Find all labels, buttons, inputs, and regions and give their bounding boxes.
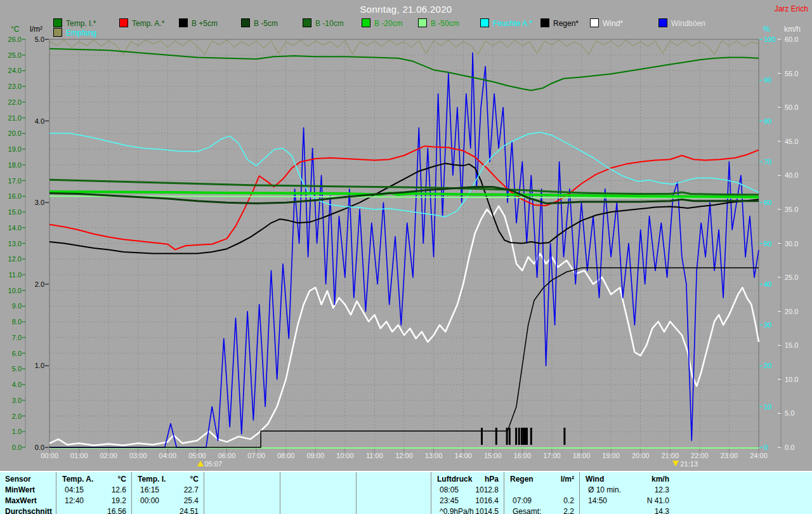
humidity-axis-tick: 70 xyxy=(764,159,771,166)
wind-axis-tick: 50.0 xyxy=(785,104,798,111)
temp-axis-tick: 19.0 xyxy=(8,146,22,153)
time-axis-tick: 24:00 xyxy=(750,452,768,459)
rain-bar xyxy=(521,428,523,445)
temp-axis-tick: 23.0 xyxy=(8,83,22,90)
rain-bar xyxy=(495,428,497,445)
rain-axis-tick: 2.0 xyxy=(35,281,44,288)
table-cell-value: 24.51 xyxy=(131,506,199,514)
time-axis-tick: 22:00 xyxy=(691,452,709,459)
table-row-label: Sensor xyxy=(5,474,31,484)
time-axis-tick: 10:00 xyxy=(336,452,354,459)
temp-axis-tick: 15.0 xyxy=(8,209,22,216)
wind-axis-tick: 60.0 xyxy=(785,36,798,43)
temp-axis-tick: 6.0 xyxy=(12,350,22,357)
rain-bar xyxy=(523,428,528,445)
rain-bar xyxy=(515,428,517,445)
time-axis-tick: 09:00 xyxy=(306,452,324,459)
temp-axis-tick: 0.0 xyxy=(12,444,22,451)
rain-axis-tick: 5.0 xyxy=(35,36,44,43)
table-column-unit: l/m² xyxy=(504,474,574,484)
temp-axis-tick: 25.0 xyxy=(8,52,22,59)
sunset-marker: 21:13 xyxy=(672,460,698,468)
time-axis-tick: 13:00 xyxy=(425,452,443,459)
time-axis-tick: 02:00 xyxy=(100,452,117,459)
time-axis-tick: 16:00 xyxy=(514,452,532,459)
temp-axis-tick: 16.0 xyxy=(8,193,22,200)
table-column-separator xyxy=(204,472,204,514)
temp-axis-tick: 8.0 xyxy=(12,319,22,326)
table-cell-value: 22.7 xyxy=(131,485,199,495)
table-cell-value: 16.56 xyxy=(56,506,126,514)
table-column-separator xyxy=(280,472,280,514)
rain-axis-tick: 0.0 xyxy=(35,444,44,451)
table-cell-value: 1016.4 xyxy=(431,496,499,506)
table-column-unit: km/h xyxy=(579,474,669,484)
time-axis-tick: 14:00 xyxy=(454,452,472,459)
table-cell-value: N 41.0 xyxy=(579,496,669,506)
table-column-separator xyxy=(356,472,357,514)
sunset-icon xyxy=(672,461,679,466)
wind-axis-tick: 40.0 xyxy=(785,172,798,179)
table-column-unit: hPa xyxy=(431,474,499,484)
rain-bar xyxy=(563,428,565,445)
table-cell-value: 1014.5 xyxy=(431,506,499,514)
table-cell-value: 0.2 xyxy=(504,496,574,506)
rain-axis-tick: 3.0 xyxy=(35,199,44,206)
time-axis-tick: 04:00 xyxy=(159,452,177,459)
weather-chart-window: Sonntag, 21.06.2020 Jarz Erich °C l/m² %… xyxy=(0,0,812,514)
temp-axis-tick: 24.0 xyxy=(8,67,22,74)
rain-bar xyxy=(481,428,483,445)
wind-axis-tick: 55.0 xyxy=(785,70,798,77)
temp-axis-tick: 14.0 xyxy=(8,225,22,232)
table-column-unit: °C xyxy=(56,474,126,484)
time-axis-tick: 03:00 xyxy=(129,452,147,459)
chart-plot xyxy=(0,0,812,514)
sunset-time: 21:13 xyxy=(680,460,698,468)
temp-axis-tick: 13.0 xyxy=(8,241,22,247)
time-axis-tick: 01:00 xyxy=(70,452,88,459)
wind-axis-tick: 5.0 xyxy=(785,410,794,417)
table-cell-value: 12.6 xyxy=(56,485,126,495)
rain-bar xyxy=(518,428,520,445)
temp-axis-tick: 17.0 xyxy=(8,178,22,185)
temp-axis-tick: 22.0 xyxy=(8,99,22,106)
humidity-axis-tick: 10 xyxy=(764,404,771,411)
rain-bar xyxy=(509,428,511,445)
time-axis-tick: 18:00 xyxy=(573,452,591,459)
temp-axis-tick: 26.0 xyxy=(8,36,22,43)
stats-table: SensorMinWertMaxWertDurchschnittTemp. A.… xyxy=(0,471,812,514)
temp-axis-tick: 5.0 xyxy=(12,366,22,372)
time-axis-tick: 05:00 xyxy=(188,452,206,459)
temp-axis-tick: 9.0 xyxy=(12,303,22,310)
humidity-axis-tick: 90 xyxy=(764,77,771,84)
rain-axis-tick: 4.0 xyxy=(35,118,44,125)
humidity-axis-tick: 30 xyxy=(764,322,771,329)
humidity-axis-tick: 80 xyxy=(764,118,771,125)
time-axis-tick: 17:00 xyxy=(543,452,561,459)
time-axis-tick: 21:00 xyxy=(661,452,679,459)
time-axis-tick: 19:00 xyxy=(602,452,620,459)
humidity-axis-tick: 20 xyxy=(764,362,771,369)
table-row-label: MinWert xyxy=(5,485,35,495)
table-row-label: Durchschnitt xyxy=(5,506,52,514)
rain-bar xyxy=(530,428,532,445)
time-axis-tick: 20:00 xyxy=(632,452,650,459)
table-column-unit: °C xyxy=(131,474,199,484)
temp-axis-tick: 20.0 xyxy=(8,130,22,137)
temp-axis-tick: 4.0 xyxy=(12,381,22,388)
table-cell-value: 19.2 xyxy=(56,496,126,506)
time-axis-tick: 06:00 xyxy=(218,452,236,459)
humidity-axis-tick: 100 xyxy=(764,36,775,43)
wind-axis-tick: 0.0 xyxy=(785,444,794,451)
time-axis-tick: 15:00 xyxy=(484,452,502,459)
table-cell-value: 25.4 xyxy=(131,496,199,506)
time-axis-tick: 23:00 xyxy=(721,452,738,459)
time-axis-tick: 08:00 xyxy=(277,452,295,459)
humidity-axis-tick: 60 xyxy=(764,199,771,206)
humidity-axis-tick: 40 xyxy=(764,281,771,288)
wind-axis-tick: 45.0 xyxy=(785,138,798,145)
table-row-label: MaxWert xyxy=(5,496,37,506)
temp-axis-tick: 10.0 xyxy=(8,287,22,294)
table-cell-value: 14.3 xyxy=(579,506,669,514)
temp-axis-tick: 18.0 xyxy=(8,162,22,169)
